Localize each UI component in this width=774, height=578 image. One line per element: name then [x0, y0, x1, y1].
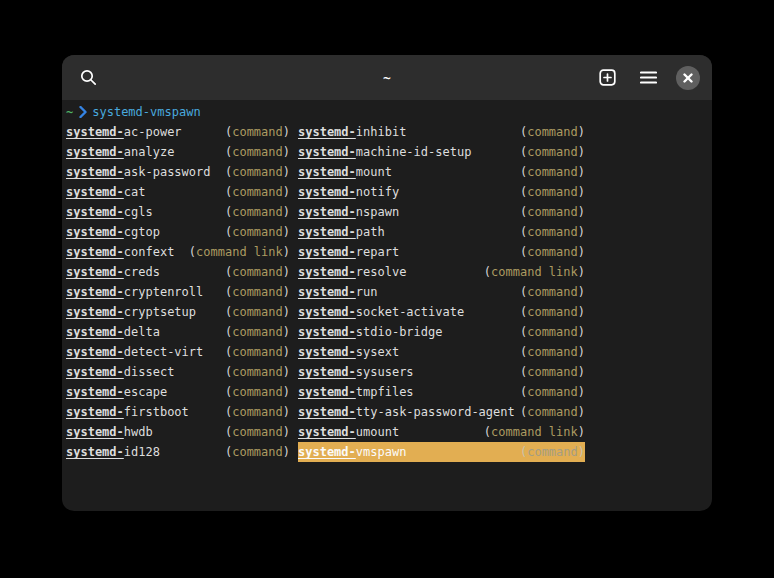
completion-row: systemd-creds(command)systemd-resolve(co… [66, 262, 708, 282]
completion-description: (command link) [484, 262, 585, 282]
completion-description: (command link) [484, 422, 585, 442]
completion-item[interactable]: systemd-delta(command) [66, 322, 290, 342]
completion-description: (command) [225, 382, 290, 402]
completion-item[interactable]: systemd-nspawn(command) [298, 202, 585, 222]
completion-description: (command) [225, 262, 290, 282]
completion-description: (command) [520, 442, 585, 462]
completion-description: (command) [520, 202, 585, 222]
completion-item[interactable]: systemd-stdio-bridge(command) [298, 322, 585, 342]
completion-description: (command link) [189, 242, 290, 262]
completion-description: (command) [520, 342, 585, 362]
completion-item[interactable]: systemd-cgtop(command) [66, 222, 290, 242]
completion-item[interactable]: systemd-hwdb(command) [66, 422, 290, 442]
prompt-line: ~ systemd-vmspawn [66, 102, 708, 122]
completion-item[interactable]: systemd-vmspawn(command) [298, 442, 585, 462]
completion-item[interactable]: systemd-escape(command) [66, 382, 290, 402]
completion-item[interactable]: systemd-creds(command) [66, 262, 290, 282]
terminal-window: ~ [62, 55, 712, 511]
completion-description: (command) [225, 202, 290, 222]
completion-item[interactable]: systemd-notify(command) [298, 182, 585, 202]
completion-description: (command) [225, 422, 290, 442]
completion-item[interactable]: systemd-cryptenroll(command) [66, 282, 290, 302]
completion-row: systemd-hwdb(command)systemd-umount(comm… [66, 422, 708, 442]
completion-item[interactable]: systemd-tmpfiles(command) [298, 382, 585, 402]
completion-row: systemd-cryptenroll(command)systemd-run(… [66, 282, 708, 302]
completion-item[interactable]: systemd-detect-virt(command) [66, 342, 290, 362]
completion-item[interactable]: systemd-cat(command) [66, 182, 290, 202]
menu-icon [640, 71, 657, 84]
completion-description: (command) [520, 142, 585, 162]
completion-row: systemd-cgtop(command)systemd-path(comma… [66, 222, 708, 242]
prompt-chevron-icon [79, 106, 87, 118]
search-button[interactable] [72, 62, 104, 94]
completion-description: (command) [520, 322, 585, 342]
completion-description: (command) [520, 282, 585, 302]
completion-item[interactable]: systemd-sysext(command) [298, 342, 585, 362]
completion-row: systemd-dissect(command)systemd-sysusers… [66, 362, 708, 382]
completion-item[interactable]: systemd-dissect(command) [66, 362, 290, 382]
completion-item[interactable]: systemd-cgls(command) [66, 202, 290, 222]
completion-description: (command) [225, 222, 290, 242]
new-tab-button[interactable] [591, 62, 623, 94]
completion-item[interactable]: systemd-resolve(command link) [298, 262, 585, 282]
completion-description: (command) [225, 282, 290, 302]
completion-row: systemd-delta(command)systemd-stdio-brid… [66, 322, 708, 342]
completion-description: (command) [520, 382, 585, 402]
completion-description: (command) [520, 162, 585, 182]
completion-row: systemd-cgls(command)systemd-nspawn(comm… [66, 202, 708, 222]
completion-item[interactable]: systemd-ac-power(command) [66, 122, 290, 142]
completion-grid: systemd-ac-power(command)systemd-inhibit… [66, 122, 708, 462]
completion-description: (command) [225, 442, 290, 462]
completion-item[interactable]: systemd-mount(command) [298, 162, 585, 182]
completion-item[interactable]: systemd-machine-id-setup(command) [298, 142, 585, 162]
completion-row: systemd-detect-virt(command)systemd-syse… [66, 342, 708, 362]
terminal-content[interactable]: ~ systemd-vmspawn systemd-ac-power(comma… [62, 100, 712, 511]
new-tab-icon [599, 69, 616, 86]
completion-description: (command) [225, 362, 290, 382]
completion-item[interactable]: systemd-umount(command link) [298, 422, 585, 442]
search-icon [80, 69, 97, 86]
close-icon [683, 73, 693, 83]
completion-item[interactable]: systemd-path(command) [298, 222, 585, 242]
completion-item[interactable]: systemd-sysusers(command) [298, 362, 585, 382]
close-button[interactable] [676, 66, 700, 90]
completion-row: systemd-cat(command)systemd-notify(comma… [66, 182, 708, 202]
completion-row: systemd-ask-password(command)systemd-mou… [66, 162, 708, 182]
completion-item[interactable]: systemd-analyze(command) [66, 142, 290, 162]
completion-item[interactable]: systemd-run(command) [298, 282, 585, 302]
completion-description: (command) [225, 182, 290, 202]
completion-item[interactable]: systemd-id128(command) [66, 442, 290, 462]
header-controls [591, 62, 702, 94]
completion-description: (command) [225, 122, 290, 142]
completion-item[interactable]: systemd-ask-password(command) [66, 162, 290, 182]
completion-item[interactable]: systemd-firstboot(command) [66, 402, 290, 422]
completion-item[interactable]: systemd-repart(command) [298, 242, 585, 262]
menu-button[interactable] [632, 62, 664, 94]
completion-row: systemd-escape(command)systemd-tmpfiles(… [66, 382, 708, 402]
completion-description: (command) [225, 162, 290, 182]
completion-description: (command) [520, 242, 585, 262]
completion-item[interactable]: systemd-confext(command link) [66, 242, 290, 262]
completion-row: systemd-ac-power(command)systemd-inhibit… [66, 122, 708, 142]
completion-description: (command) [225, 322, 290, 342]
completion-description: (command) [225, 302, 290, 322]
completion-description: (command) [225, 142, 290, 162]
completion-row: systemd-firstboot(command)systemd-tty-as… [66, 402, 708, 422]
prompt-command: systemd-vmspawn [92, 102, 200, 122]
completion-description: (command) [520, 302, 585, 322]
completion-row: systemd-id128(command)systemd-vmspawn(co… [66, 442, 708, 462]
completion-description: (command) [520, 182, 585, 202]
completion-row: systemd-confext(command link)systemd-rep… [66, 242, 708, 262]
completion-description: (command) [520, 222, 585, 242]
completion-description: (command) [520, 122, 585, 142]
completion-row: systemd-cryptsetup(command)systemd-socke… [66, 302, 708, 322]
completion-description: (command) [520, 362, 585, 382]
completion-item[interactable]: systemd-inhibit(command) [298, 122, 585, 142]
completion-description: (command) [520, 402, 585, 422]
completion-item[interactable]: systemd-tty-ask-password-agent(command) [298, 402, 585, 422]
completion-description: (command) [225, 342, 290, 362]
header-bar: ~ [62, 55, 712, 100]
prompt-cwd: ~ [66, 102, 73, 122]
completion-item[interactable]: systemd-socket-activate(command) [298, 302, 585, 322]
completion-item[interactable]: systemd-cryptsetup(command) [66, 302, 290, 322]
